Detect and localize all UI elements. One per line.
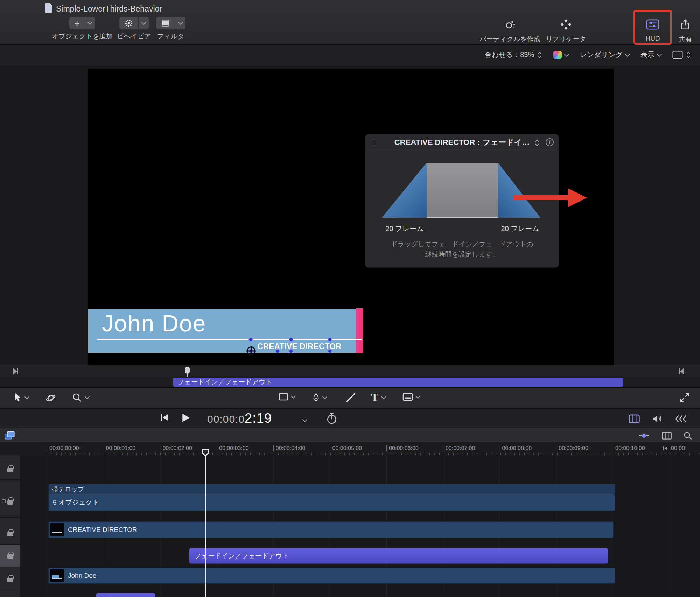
chevron-down-icon: [178, 20, 183, 25]
lower-third-accent-bar[interactable]: [356, 308, 363, 353]
transform-3d-tool[interactable]: [46, 393, 56, 403]
hud-titlebar[interactable]: CREATIVE DIRECTOR：フェードイ… i: [365, 134, 559, 150]
timecode-current: 2:19: [245, 411, 272, 426]
fade-out-ramp[interactable]: [498, 163, 540, 218]
gear-icon: [124, 19, 133, 28]
selection-handle[interactable]: [328, 337, 332, 342]
stopwatch-icon: [326, 412, 337, 424]
markers-button[interactable]: [675, 415, 687, 423]
lock-icon[interactable]: [7, 578, 13, 582]
timecode-prefix: 00:00:0: [207, 413, 245, 425]
filmstrip-view-button[interactable]: [662, 431, 672, 440]
select-tool[interactable]: [14, 393, 29, 402]
mini-playhead-handle[interactable]: [185, 367, 190, 374]
title-toolbar: Simple-LowerThirds-Behavior + オブジェクトを追加 …: [0, 0, 700, 45]
timecode-display[interactable]: 00:00:02:19: [207, 411, 272, 426]
canvas-toolbar: 合わせる：83% レンダリング 表示: [0, 45, 700, 65]
timeline-ruler[interactable]: 00:00:00:0000:00:01:0000:00:02:0000:00:0…: [0, 442, 700, 455]
replicator-icon: [560, 19, 572, 30]
lock-icon[interactable]: [7, 468, 13, 472]
lock-icon[interactable]: [7, 554, 13, 559]
mini-behavior-bar[interactable]: フェードイン／フェードアウト: [173, 378, 623, 387]
expand-view-button[interactable]: [680, 393, 690, 402]
make-particles-control[interactable]: パーティクルを作成: [480, 17, 540, 44]
go-to-start-button[interactable]: [160, 413, 169, 422]
mask-tool[interactable]: [402, 393, 420, 401]
mask-icon: [402, 393, 413, 401]
paint-stroke-tool[interactable]: [346, 393, 356, 402]
chevron-down-icon: [564, 51, 569, 56]
filters-dropdown[interactable]: [175, 17, 186, 29]
show-keyframes-button[interactable]: [638, 431, 650, 440]
anchor-point-crosshair-icon[interactable]: [247, 346, 255, 355]
lower-third-name-text[interactable]: John Doe: [102, 310, 206, 337]
audio-mute-button[interactable]: [652, 414, 662, 423]
shape-tool[interactable]: [279, 393, 295, 401]
lock-icon[interactable]: [7, 532, 13, 536]
info-icon[interactable]: i: [546, 138, 554, 146]
playhead-line[interactable]: [205, 449, 206, 597]
ruler-end-marker: 00:00: [663, 445, 685, 451]
fade-in-ramp[interactable]: [382, 163, 427, 218]
play-button[interactable]: [181, 413, 190, 423]
add-object-dropdown[interactable]: [85, 17, 95, 29]
text-tool[interactable]: T: [371, 391, 385, 404]
selection-handle[interactable]: [289, 337, 293, 342]
play-icon: [181, 413, 190, 423]
canvas[interactable]: John Doe CREATIVE DIRECTOR CREATIVE DIRE…: [88, 69, 614, 365]
chevron-down-icon: [88, 20, 92, 25]
zoom-fit-control[interactable]: 合わせる：83%: [485, 50, 542, 59]
replicator-control[interactable]: リプリケータ: [543, 17, 589, 44]
hud-activation-dot[interactable]: [371, 139, 377, 146]
hud-hint-text: ドラッグしてフェードイン／フェードアウトの 継続時間を設定します。: [365, 239, 559, 259]
triple-chevron-icon: [675, 415, 687, 423]
layers-pane-button[interactable]: [4, 430, 15, 440]
magnifier-icon: [683, 431, 692, 440]
bezier-tool[interactable]: [312, 393, 327, 402]
mini-timeline[interactable]: [0, 365, 700, 377]
stepper-icon: [686, 51, 691, 59]
selection-handle[interactable]: [248, 337, 253, 342]
ruler-label: 00:00:08:00: [500, 445, 532, 451]
chevron-down-icon: [322, 394, 327, 399]
window-layout-control[interactable]: [672, 51, 691, 59]
hud-panel[interactable]: CREATIVE DIRECTOR：フェードイ… i 20 フレーム 20 フレ…: [365, 134, 559, 268]
zoom-fit-label: 合わせる：83%: [485, 50, 534, 59]
add-object-button[interactable]: +: [69, 17, 95, 29]
track-group-contents-bar[interactable]: 5 オブジェクト: [48, 494, 615, 511]
behaviors-dropdown[interactable]: [138, 17, 149, 29]
lock-icon[interactable]: [7, 500, 13, 505]
timeline-zoom-button[interactable]: [683, 431, 692, 440]
stepper-icon: [537, 51, 542, 59]
track-behavior-fade[interactable]: フェードイン／フェードアウト: [189, 548, 608, 564]
share-control[interactable]: 共有: [675, 17, 696, 44]
hud-stepper-icon[interactable]: [534, 139, 540, 147]
show-output-button[interactable]: [629, 414, 640, 423]
zoom-tool[interactable]: [72, 393, 89, 402]
play-range-end-marker[interactable]: [679, 368, 684, 374]
filters-button[interactable]: [156, 17, 186, 29]
track-group-header[interactable]: 帯テロップ: [48, 484, 615, 494]
track-behavior-move[interactable]: 移動: [96, 593, 155, 597]
color-display-control[interactable]: [553, 51, 568, 59]
selection-handle[interactable]: [289, 349, 293, 353]
track-clip-creative-director[interactable]: CREATIVE DIRECTOR: [48, 521, 614, 538]
rendering-label: レンダリング: [580, 50, 623, 59]
duration-toggle[interactable]: [326, 412, 337, 424]
expand-arrows-icon: [680, 393, 690, 402]
selection-handle[interactable]: [328, 349, 332, 353]
particles-icon: [504, 19, 516, 30]
add-object-control: + オブジェクトを追加: [52, 17, 112, 41]
rendering-menu[interactable]: レンダリング: [580, 50, 629, 59]
track-thumbnail-box: [2, 499, 6, 503]
timecode-menu[interactable]: [303, 416, 307, 423]
timeline-track-area[interactable]: 帯テロップ 5 オブジェクト CREATIVE DIRECTOR フェードイン／…: [0, 455, 700, 597]
fade-out-duration: 20 フレーム: [496, 224, 545, 233]
keyframe-icon: [638, 431, 650, 440]
track-clip-john-doe[interactable]: John Doe: [48, 568, 615, 584]
view-menu[interactable]: 表示: [640, 50, 661, 59]
play-range-start-marker[interactable]: [13, 368, 18, 374]
selection-handle[interactable]: [275, 349, 280, 353]
cursor-icon: [14, 393, 22, 402]
behaviors-button[interactable]: [119, 17, 149, 29]
